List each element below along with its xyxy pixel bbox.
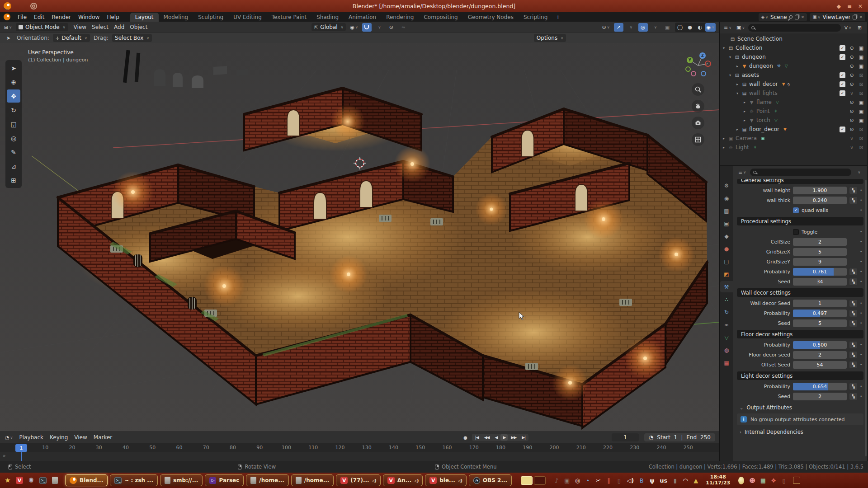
material-tab[interactable]: ◍: [720, 344, 733, 356]
gizmo-dropdown[interactable]: [626, 23, 636, 32]
outliner-search-input[interactable]: [748, 24, 840, 32]
menu-select[interactable]: Select: [89, 24, 111, 30]
collection-checkbox[interactable]: [840, 72, 845, 78]
expand-arrow[interactable]: ▸: [742, 109, 747, 113]
object-mode-dropdown[interactable]: Object Mode: [16, 23, 68, 31]
indicator-icon[interactable]: ▮: [672, 478, 678, 483]
unlink-scene-icon[interactable]: ✕: [801, 15, 805, 19]
timeline-editor-type-dropdown[interactable]: ◔: [4, 433, 14, 442]
properties-search-input[interactable]: [750, 169, 851, 176]
decorator-dot[interactable]: [860, 188, 863, 192]
properties-editor-type-dropdown[interactable]: ≣: [737, 168, 747, 177]
tablet-icon[interactable]: ▯: [616, 478, 622, 483]
checkbox[interactable]: [793, 207, 799, 213]
collection-checkbox[interactable]: [840, 127, 845, 132]
disable-render-toggle[interactable]: ▣: [858, 117, 864, 123]
tab-uv-editing[interactable]: UV Editing: [228, 13, 267, 22]
decorator-dot[interactable]: [860, 230, 863, 234]
property-value-slider[interactable]: 1.900: [793, 187, 847, 194]
tab-animation[interactable]: Animation: [344, 13, 381, 22]
decorator-dot[interactable]: [860, 239, 863, 244]
animate-property-button[interactable]: [849, 310, 857, 317]
disable-render-toggle[interactable]: ⊠: [858, 72, 864, 78]
animate-property-button[interactable]: [849, 361, 857, 368]
disable-render-toggle[interactable]: ▣: [858, 63, 864, 69]
decorator-dot[interactable]: [860, 269, 863, 274]
expand-arrow[interactable]: ▸: [722, 136, 726, 141]
editor-type-dropdown[interactable]: ⊞: [3, 23, 13, 32]
property-value-slider[interactable]: 0.240: [793, 197, 847, 204]
snap-settings-dropdown[interactable]: [374, 23, 384, 32]
disable-render-toggle[interactable]: ⊠: [858, 145, 864, 150]
hide-viewport-toggle[interactable]: ⊙: [849, 99, 855, 105]
task-browser-an[interactable]: An...: [383, 474, 423, 486]
expand-arrow[interactable]: ▾: [722, 46, 726, 50]
outliner-row-torch[interactable]: ▸ ▼ torch ▽ ⊙ ▣: [720, 116, 867, 125]
expand-arrow[interactable]: ▾: [728, 73, 732, 77]
keyboard-layout-indicator[interactable]: us: [660, 478, 667, 483]
tab-compositing[interactable]: Compositing: [419, 13, 462, 22]
expand-arrow[interactable]: ▸: [742, 118, 747, 122]
outliner-row-assets[interactable]: ▾ ▤ assets ⊙ ⊠: [720, 70, 867, 80]
animate-property-button[interactable]: [849, 278, 857, 285]
decorator-dot[interactable]: [860, 279, 863, 284]
tab-layout[interactable]: Layout: [130, 13, 159, 22]
overlays-dropdown[interactable]: [651, 23, 660, 32]
world-tab[interactable]: ●: [720, 243, 733, 254]
decorator-dot[interactable]: [860, 343, 863, 347]
xray-toggle[interactable]: ▣: [663, 23, 672, 32]
new-collection-button[interactable]: ⊞: [855, 23, 864, 32]
window-menu-button[interactable]: ≡: [847, 4, 852, 9]
menu-object[interactable]: Object: [127, 24, 150, 30]
property-value-slider[interactable]: 9: [793, 258, 847, 266]
panel-section-header[interactable]: Procedural settings: [737, 217, 863, 225]
navigation-gizmo[interactable]: Z Y: [684, 50, 712, 79]
expand-arrow[interactable]: ▸: [735, 82, 740, 86]
proportional-editing-toggle[interactable]: ⊙: [387, 23, 396, 32]
property-value-slider[interactable]: 54: [793, 361, 847, 369]
property-value-slider[interactable]: 2: [793, 393, 847, 400]
color-palette-icon[interactable]: ❖: [771, 478, 776, 483]
task-zsh-terminal[interactable]: ~ : zsh ...: [110, 474, 158, 486]
timeline-ruler[interactable]: 1 10 20 30 40 50 60 70 80 90 100 110 120…: [0, 443, 719, 452]
tab-rendering[interactable]: Rendering: [381, 13, 419, 22]
transform-orientation-dropdown[interactable]: ⇱ Global: [311, 23, 346, 31]
current-frame-field[interactable]: 1: [612, 433, 639, 441]
animate-property-button[interactable]: [849, 352, 857, 358]
expand-arrow[interactable]: ▸: [735, 64, 740, 68]
menu-add[interactable]: Add: [111, 24, 127, 30]
property-value-slider[interactable]: 5: [793, 319, 847, 327]
playhead[interactable]: 1: [15, 444, 27, 452]
tab-modeling[interactable]: Modeling: [159, 13, 193, 22]
tool-tab[interactable]: ⚙: [720, 180, 733, 191]
property-value-slider[interactable]: 0.497: [793, 310, 847, 317]
pivot-point-dropdown[interactable]: ◉: [349, 23, 359, 32]
disable-render-toggle[interactable]: ▣: [858, 54, 864, 60]
hide-viewport-toggle[interactable]: ∨: [849, 145, 855, 150]
menu-keying[interactable]: Keying: [47, 434, 71, 441]
zoom-button[interactable]: [692, 83, 704, 96]
updates-icon[interactable]: ▲: [693, 478, 698, 483]
checkbox[interactable]: [793, 229, 799, 235]
outliner-row-dungeon-object[interactable]: ▸ ▼ dungeon ⚒ ▽ ⊙ ▣: [720, 61, 867, 70]
task-parsec[interactable]: Parsec: [205, 474, 244, 486]
scene-tab[interactable]: ◆: [720, 230, 733, 242]
active-tool-icon[interactable]: ➤: [4, 34, 13, 42]
decorator-dot[interactable]: [860, 208, 863, 212]
show-desktop-button[interactable]: [793, 477, 800, 484]
jump-to-end-button[interactable]: ▶|: [519, 434, 528, 441]
collection-tab[interactable]: ▢: [720, 256, 733, 267]
object-data-tab[interactable]: ▽: [720, 332, 733, 343]
outliner-row-collection[interactable]: ▾ ▤ Collection ⊙ ▣: [720, 43, 867, 52]
disable-render-toggle[interactable]: ⊠: [858, 136, 864, 141]
launcher-favorites[interactable]: [3, 475, 13, 485]
menu-window[interactable]: Window: [75, 14, 103, 20]
outliner-row-point[interactable]: ▸ ☼ Point ☼ ⊙ ▣: [720, 107, 867, 116]
animate-property-button[interactable]: [849, 320, 857, 327]
expand-arrow[interactable]: ▾: [728, 55, 732, 59]
outliner-row-wall-lights[interactable]: ▾ ▤ wall_lights ∨ ⊠: [720, 89, 867, 98]
move-tool[interactable]: ✥: [7, 89, 20, 103]
decorator-dot[interactable]: [860, 362, 863, 367]
window-help-button[interactable]: ◆: [837, 4, 841, 9]
menu-help[interactable]: Help: [103, 14, 123, 20]
